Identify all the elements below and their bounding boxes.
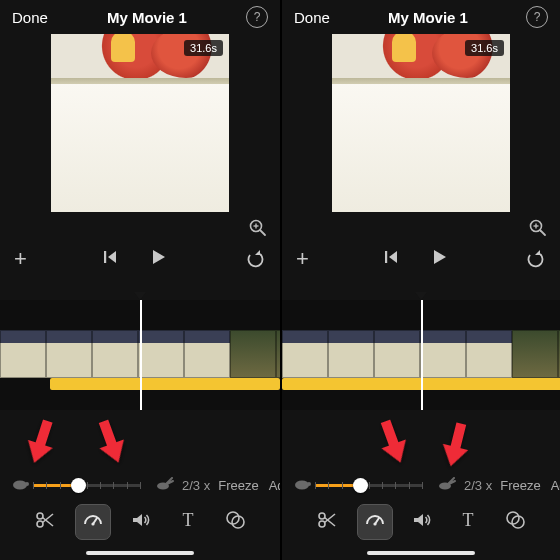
volume-icon (130, 509, 152, 535)
zoom-icon[interactable] (528, 218, 548, 238)
add-media-button[interactable]: + (296, 246, 309, 272)
top-bar: DoneMy Movie 1? (282, 0, 560, 34)
svg-line-18 (541, 231, 546, 236)
annotation-arrow-icon (369, 414, 417, 471)
scissors-icon (316, 509, 338, 535)
svg-point-22 (295, 480, 309, 489)
speed-tool[interactable] (357, 504, 393, 540)
svg-rect-21 (385, 251, 387, 263)
filters-tool[interactable] (218, 505, 252, 539)
svg-point-30 (373, 522, 376, 525)
done-button[interactable]: Done (294, 9, 330, 26)
filters-icon (504, 509, 526, 535)
play-icon[interactable] (148, 247, 168, 271)
project-title: My Movie 1 (388, 9, 468, 26)
freeze-button[interactable]: Freeze (500, 478, 540, 493)
svg-point-23 (307, 482, 311, 486)
turtle-icon (292, 477, 312, 494)
edit-toolbar: T (0, 502, 280, 542)
titles-tool[interactable]: T (451, 505, 485, 539)
speed-value: 2/3 x (464, 478, 492, 493)
speed-tool[interactable] (75, 504, 111, 540)
undo-icon[interactable] (524, 249, 546, 269)
speed-row: 2/3 xFreezeAddReset (282, 472, 560, 498)
cut-tool[interactable] (28, 505, 62, 539)
top-bar: DoneMy Movie 1? (0, 0, 280, 34)
svg-point-6 (25, 482, 29, 486)
annotation-arrow-icon (434, 418, 479, 473)
volume-icon (411, 509, 433, 535)
speed-row: 2/3 xFreezeAddReset (0, 472, 280, 498)
video-preview[interactable]: 31.6s (51, 34, 229, 212)
filters-tool[interactable] (498, 505, 532, 539)
volume-tool[interactable] (405, 505, 439, 539)
text-icon: T (177, 509, 199, 535)
clip-duration-badge: 31.6s (184, 40, 223, 56)
audio-track[interactable] (50, 378, 280, 390)
play-icon[interactable] (429, 247, 449, 271)
speed-slider[interactable] (315, 476, 423, 494)
svg-text:T: T (182, 510, 193, 530)
timeline[interactable] (282, 300, 560, 410)
volume-tool[interactable] (124, 505, 158, 539)
hare-icon (154, 477, 174, 494)
add-media-button[interactable]: + (14, 246, 27, 272)
turtle-icon (10, 477, 30, 494)
playhead[interactable] (140, 300, 142, 410)
edit-toolbar: T (282, 502, 560, 542)
help-icon[interactable]: ? (246, 6, 268, 28)
speed-slider[interactable] (33, 476, 141, 494)
filters-icon (224, 509, 246, 535)
annotation-arrow-icon (17, 414, 64, 470)
skip-start-icon[interactable] (383, 248, 401, 270)
zoom-icon[interactable] (248, 218, 268, 238)
svg-point-13 (92, 522, 95, 525)
done-button[interactable]: Done (12, 9, 48, 26)
skip-start-icon[interactable] (102, 248, 120, 270)
svg-text:T: T (463, 510, 474, 530)
svg-rect-4 (104, 251, 106, 263)
text-icon: T (457, 509, 479, 535)
home-indicator (367, 551, 475, 555)
titles-tool[interactable]: T (171, 505, 205, 539)
home-indicator (86, 551, 194, 555)
svg-point-5 (13, 480, 27, 489)
annotation-arrow-icon (87, 414, 135, 471)
timeline[interactable] (0, 300, 280, 410)
clip-duration-badge: 31.6s (465, 40, 504, 56)
speedo-icon (82, 509, 104, 535)
speedo-icon (364, 509, 386, 535)
transport-bar: + (282, 238, 560, 280)
cut-tool[interactable] (310, 505, 344, 539)
svg-line-1 (261, 231, 266, 236)
add-button[interactable]: Add (551, 478, 560, 493)
project-title: My Movie 1 (107, 9, 187, 26)
video-preview[interactable]: 31.6s (332, 34, 510, 212)
playhead[interactable] (421, 300, 423, 410)
undo-icon[interactable] (244, 249, 266, 269)
scissors-icon (34, 509, 56, 535)
help-icon[interactable]: ? (526, 6, 548, 28)
hare-icon (436, 477, 456, 494)
speed-value: 2/3 x (182, 478, 210, 493)
transport-bar: + (0, 238, 280, 280)
freeze-button[interactable]: Freeze (218, 478, 258, 493)
